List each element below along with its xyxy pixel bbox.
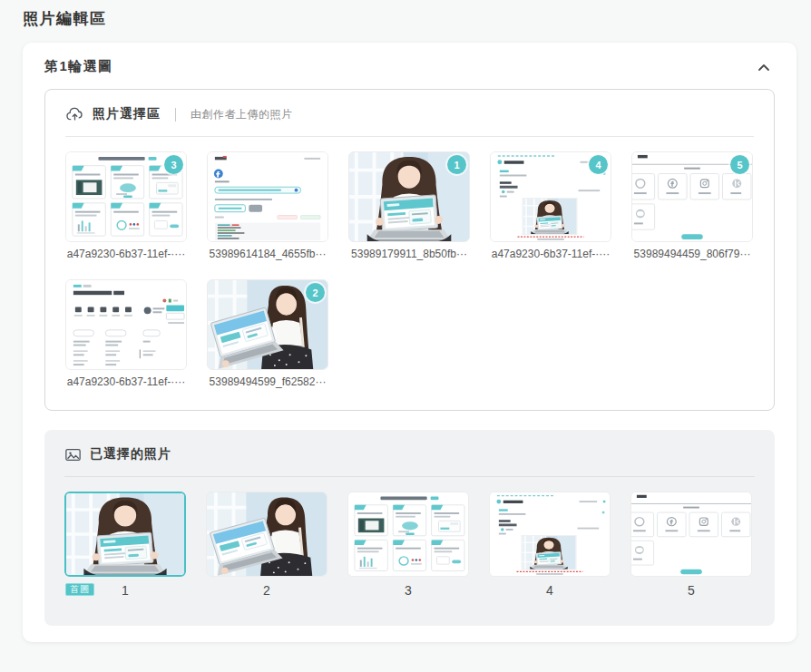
photo-filename: a47a9230-6b37-11ef-···· bbox=[490, 248, 611, 261]
photo-thumbnail-image bbox=[65, 279, 187, 370]
cover-badge: 首圖 bbox=[65, 583, 94, 596]
photo-thumbnail-image bbox=[207, 151, 328, 242]
photo-filename: 53989494459_806f79··· bbox=[631, 248, 753, 261]
selected-photo-image bbox=[347, 492, 469, 577]
header-rule bbox=[65, 136, 754, 137]
photo-thumbnail[interactable]: 5 53989494459_806f79··· bbox=[631, 151, 753, 261]
selected-photo-number: 5 bbox=[630, 582, 752, 599]
photo-art bbox=[490, 492, 610, 576]
card-header: 第1輪選圖 bbox=[44, 58, 775, 75]
photo-grid: 3 a47a9230-6b37-11ef-···· 53989614184_46… bbox=[65, 151, 754, 389]
photo-thumbnail-image: 3 bbox=[65, 151, 187, 242]
photo-thumbnail[interactable]: 1 53989179911_8b50fb··· bbox=[348, 151, 470, 261]
header-divider bbox=[175, 108, 176, 122]
image-icon bbox=[64, 447, 82, 463]
collapse-button[interactable] bbox=[753, 60, 775, 74]
photo-filename: a47a9230-6b37-11ef-···· bbox=[65, 248, 187, 261]
selected-photo-number: 3 bbox=[347, 582, 469, 599]
selected-photo-image bbox=[489, 492, 611, 577]
photo-thumbnail[interactable]: 2 53989494599_f62582··· bbox=[207, 279, 328, 389]
photo-thumbnail-image: 5 bbox=[631, 151, 753, 242]
selected-photo-image bbox=[64, 492, 186, 577]
selection-order-badge: 1 bbox=[447, 155, 466, 174]
photo-edit-page: 照片編輯區 第1輪選圖 照片選擇區 由創 bbox=[0, 0, 811, 642]
selected-grid: 首圖 1 2 3 4 5 bbox=[64, 492, 755, 599]
photo-art bbox=[66, 493, 184, 575]
photo-thumbnail[interactable]: a47a9230-6b37-11ef-···· bbox=[65, 279, 187, 389]
selection-area-header: 照片選擇區 由創作者上傳的照片 bbox=[65, 103, 754, 125]
selection-order-badge: 4 bbox=[589, 155, 608, 174]
selection-order-badge: 5 bbox=[730, 155, 749, 174]
photo-art bbox=[208, 152, 327, 241]
selected-photo[interactable]: 5 bbox=[630, 492, 752, 599]
photo-thumbnail-image: 4 bbox=[490, 151, 611, 242]
selected-photo-number: 4 bbox=[489, 582, 611, 599]
selected-photo-image bbox=[206, 492, 327, 577]
photo-thumbnail[interactable]: 3 a47a9230-6b37-11ef-···· bbox=[65, 151, 187, 261]
selected-photos-area: 已選擇的照片 首圖 1 2 3 bbox=[44, 430, 775, 626]
selected-photo[interactable]: 首圖 1 bbox=[64, 492, 186, 599]
photo-thumbnail[interactable]: 4 a47a9230-6b37-11ef-···· bbox=[490, 151, 611, 261]
photo-filename: 53989494599_f62582··· bbox=[207, 375, 328, 389]
cloud-upload-icon bbox=[65, 106, 84, 122]
selected-photo[interactable]: 2 bbox=[206, 492, 327, 599]
photo-filename: a47a9230-6b37-11ef-···· bbox=[65, 375, 187, 389]
selected-photo-caption: 4 bbox=[489, 582, 611, 599]
photo-selection-area: 照片選擇區 由創作者上傳的照片 3 a47a9230-6b37-11ef-···… bbox=[44, 89, 775, 411]
selection-order-badge: 3 bbox=[164, 155, 183, 174]
photo-filename: 53989614184_4655fb··· bbox=[207, 248, 328, 261]
selection-area-subtitle: 由創作者上傳的照片 bbox=[191, 107, 293, 122]
page-title: 照片編輯區 bbox=[23, 8, 796, 29]
photo-thumbnail-image: 2 bbox=[207, 279, 328, 370]
photo-thumbnail[interactable]: 53989614184_4655fb··· bbox=[207, 151, 328, 261]
selected-photo-caption: 首圖 1 bbox=[64, 582, 186, 599]
photo-art bbox=[66, 280, 186, 369]
selected-area-title: 已選擇的照片 bbox=[90, 446, 171, 463]
selection-order-badge: 2 bbox=[306, 283, 325, 302]
header-rule bbox=[64, 476, 755, 477]
selected-area-header: 已選擇的照片 bbox=[64, 443, 755, 465]
selected-photo-caption: 5 bbox=[630, 582, 752, 599]
selected-photo-caption: 2 bbox=[206, 582, 327, 599]
selection-area-title: 照片選擇區 bbox=[93, 106, 161, 122]
photo-art bbox=[631, 492, 751, 576]
selected-photo[interactable]: 4 bbox=[489, 492, 611, 599]
chevron-up-icon bbox=[757, 62, 771, 75]
round-1-card: 第1輪選圖 照片選擇區 由創作者上傳的照片 bbox=[23, 43, 796, 642]
card-title: 第1輪選圖 bbox=[44, 58, 113, 75]
selected-photo-number: 2 bbox=[206, 582, 327, 599]
photo-filename: 53989179911_8b50fb··· bbox=[348, 248, 470, 261]
selected-photo[interactable]: 3 bbox=[347, 492, 469, 599]
selected-photo-image bbox=[630, 492, 752, 577]
selected-photo-caption: 3 bbox=[347, 582, 469, 599]
photo-art bbox=[348, 492, 468, 576]
photo-thumbnail-image: 1 bbox=[348, 151, 470, 242]
photo-art bbox=[207, 492, 327, 576]
